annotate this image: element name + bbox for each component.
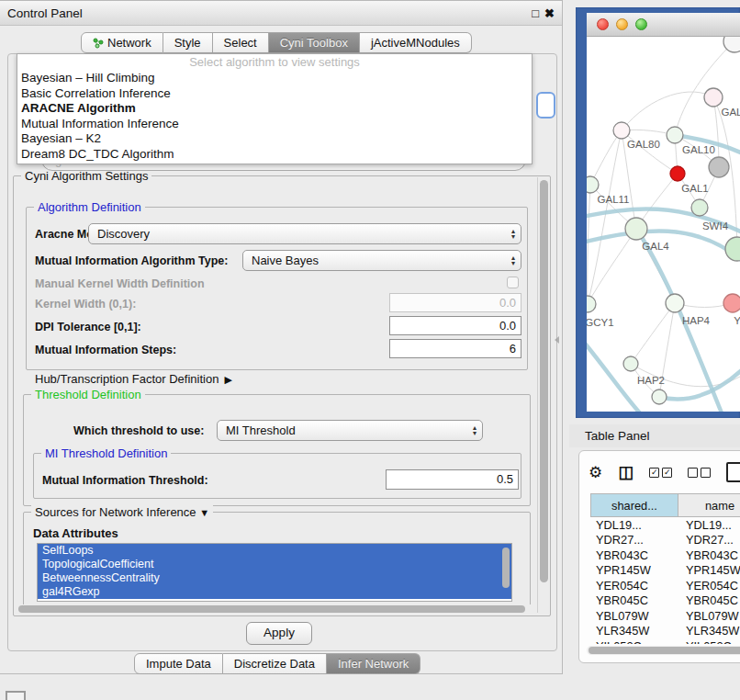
tab-impute-data[interactable]: Impute Data (134, 653, 223, 674)
network-node[interactable] (725, 237, 740, 261)
mi-type-value: Naive Bayes (243, 254, 506, 267)
close-panel-icon[interactable]: ✖ (544, 6, 555, 20)
network-node[interactable] (625, 218, 647, 240)
panel-divider-handle[interactable] (555, 336, 559, 344)
tab-jactivemnodules[interactable]: jActiveMNodules (360, 32, 472, 53)
table-cell: YBL079W (680, 608, 740, 624)
table-row[interactable]: YLR345WYLR345W9. (590, 624, 740, 639)
network-node[interactable] (670, 166, 685, 181)
algorithm-option[interactable]: ARACNE Algorithm (17, 101, 532, 117)
new-table-icon[interactable] (726, 462, 740, 482)
data-attributes-label: Data Attributes (33, 526, 118, 540)
table-horizontal-scrollbar[interactable] (587, 646, 740, 655)
mi-threshold-legend: MI Threshold Definition (41, 446, 171, 460)
node-label: Y (734, 315, 740, 326)
algorithm-option[interactable]: Dream8 DC_TDC Algorithm (17, 147, 532, 163)
node-label: SWI4 (702, 220, 729, 231)
algorithm-option[interactable]: Basic Correlation Inference (17, 86, 532, 102)
focused-combo-arrow[interactable] (536, 92, 555, 119)
table-row[interactable]: YER054CYER054C8. (590, 578, 740, 593)
zoom-window-icon[interactable] (635, 18, 647, 30)
minimize-window-icon[interactable] (616, 18, 628, 30)
tab-network[interactable]: Network (81, 32, 163, 53)
expanded-arrow-icon[interactable]: ▼ (199, 507, 209, 518)
network-node[interactable] (666, 294, 684, 312)
network-node[interactable] (691, 199, 708, 216)
select-all-columns-icon[interactable]: ✓✓ (649, 468, 672, 478)
table-cell: YBR043C (680, 548, 740, 563)
manual-kernel-checkbox[interactable] (507, 277, 519, 288)
data-attribute-item[interactable]: TopologicalCoefficient (38, 558, 511, 571)
tab-cyni-toolbox[interactable]: Cyni Toolbox (269, 32, 360, 53)
table-toolbar: ⚙ ◫ ✓✓ (589, 460, 740, 484)
node-label: HAP4 (682, 315, 711, 326)
network-node[interactable] (623, 356, 638, 371)
table-row[interactable]: YDR27...YDR27...12 (590, 533, 740, 548)
spinner-arrows-icon: ▴▾ (506, 255, 521, 265)
data-attribute-item[interactable]: gal4RGexp (38, 585, 511, 599)
tab-label: Network (107, 36, 151, 50)
mi-steps-field[interactable]: 6 (389, 339, 521, 358)
grid-corner-icon[interactable] (6, 691, 26, 700)
settings-horizontal-scrollbar[interactable] (17, 604, 534, 614)
which-threshold-combo[interactable]: MI Threshold ▴▾ (217, 420, 483, 441)
algorithm-option[interactable]: Bayesian – K2 (17, 131, 532, 147)
network-icon (93, 38, 104, 49)
tab-label: Select (224, 36, 257, 50)
tab-label: Impute Data (146, 657, 211, 671)
list-scrollbar-thumb[interactable] (502, 548, 510, 588)
dpi-tolerance-field[interactable]: 0.0 (389, 316, 521, 335)
network-node[interactable] (652, 390, 667, 404)
node-label: HAP2 (637, 375, 665, 386)
algorithm-dropdown-prompt: Select algorithm to view settings (17, 54, 532, 71)
network-node[interactable] (587, 176, 599, 193)
table-panel-header: Table Panel (569, 424, 740, 447)
table-row[interactable]: YDL19...YDL19...13 (590, 517, 740, 533)
network-node[interactable] (667, 127, 683, 143)
hub-definition-toggle[interactable]: Hub/Transcription Factor Definition▶ (35, 372, 232, 386)
mi-threshold-field[interactable]: 0.5 (386, 469, 519, 490)
table-cell: YDR27... (590, 533, 680, 548)
network-node[interactable] (704, 88, 723, 107)
network-node[interactable] (587, 296, 596, 312)
node-label: GAL4 (642, 241, 669, 252)
close-window-icon[interactable] (597, 18, 609, 30)
network-canvas[interactable]: GALGAL80GAL10GAL1GAL11SWI4GAL4GCY1HAP4YH… (587, 37, 740, 412)
table-cell: YBR043C (590, 548, 680, 563)
threshold-definition-legend: Threshold Definition (31, 388, 145, 401)
column-header-name[interactable]: name (678, 494, 740, 517)
deselect-all-columns-icon[interactable] (688, 468, 711, 478)
tab-label: Discretize Data (234, 657, 315, 671)
algorithm-definition-legend: Algorithm Definition (34, 200, 145, 214)
collapsed-arrow-icon[interactable]: ▶ (224, 374, 231, 385)
aracne-mode-combo[interactable]: Discovery ▴▾ (88, 223, 521, 244)
network-node[interactable] (613, 122, 630, 139)
column-header-shared[interactable]: shared... (591, 494, 678, 517)
node-label: GAL11 (598, 194, 630, 205)
kernel-width-field[interactable]: 0.0 (389, 293, 521, 312)
tab-discretize-data[interactable]: Discretize Data (223, 653, 327, 674)
data-attribute-item[interactable]: BetweennessCentrality (38, 571, 511, 585)
mi-type-combo[interactable]: Naive Bayes ▴▾ (242, 250, 521, 271)
split-columns-icon[interactable]: ◫ (618, 462, 633, 482)
network-node[interactable] (723, 294, 740, 312)
data-attribute-item[interactable]: SelfLoops (38, 544, 511, 558)
tab-select[interactable]: Select (213, 32, 269, 53)
network-view-window[interactable]: GALGAL80GAL10GAL1GAL11SWI4GAL4GCY1HAP4YH… (576, 7, 740, 418)
table-row[interactable]: YBR045CYBR045C9. (590, 593, 740, 609)
table-row[interactable]: YPR145WYPR145W9. (590, 563, 740, 579)
gear-icon[interactable]: ⚙ (589, 463, 602, 482)
algorithm-option[interactable]: Mutual Information Inference (17, 117, 532, 132)
node-label: GAL10 (682, 144, 715, 155)
float-window-icon[interactable]: □ (532, 6, 539, 20)
table-row[interactable]: YIL052CYIL052C9 (590, 638, 740, 644)
network-node[interactable] (709, 157, 729, 177)
table-row[interactable]: YBR043CYBR043C (590, 548, 740, 563)
settings-vertical-scrollbar[interactable] (537, 177, 549, 613)
apply-button[interactable]: Apply (246, 622, 312, 645)
network-edge (659, 367, 740, 400)
tab-style[interactable]: Style (163, 32, 213, 53)
table-row[interactable]: YBL079WYBL079W (590, 608, 740, 624)
algorithm-option[interactable]: Bayesian – Hill Climbing (17, 71, 532, 86)
tab-infer-network[interactable]: Infer Network (327, 653, 420, 674)
